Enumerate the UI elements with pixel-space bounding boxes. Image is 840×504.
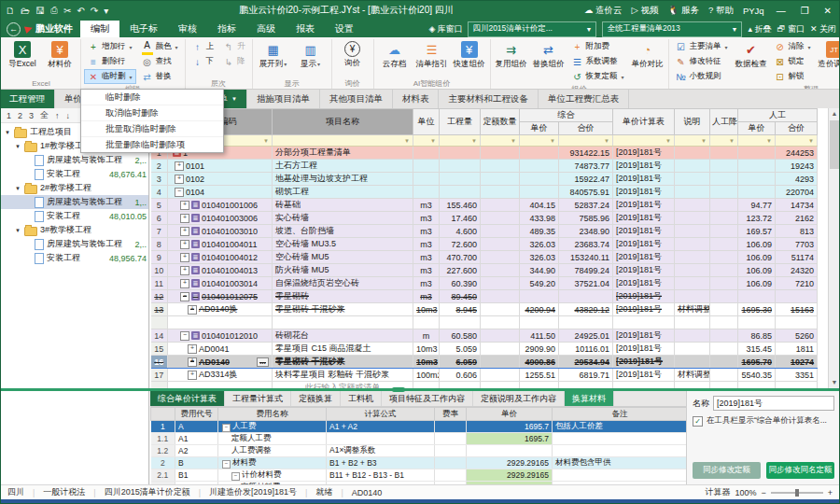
close-pane-button[interactable]: ✕ 关闭	[810, 23, 836, 35]
cell-coef[interactable]	[710, 329, 738, 343]
cell-ltotal[interactable]: 4293	[776, 173, 818, 186]
cell-lprice[interactable]	[738, 186, 776, 199]
cell-calc[interactable]: [2019]181号	[613, 329, 675, 343]
ribbon-button-询价[interactable]: ¥询价	[335, 39, 371, 69]
fee-price-cell[interactable]: 1695.7	[467, 433, 553, 445]
save-icon[interactable]: 🖫	[35, 6, 45, 16]
fee-row[interactable]: 2.1B1−计价材料费B11 + B12 - B13 - B12929.2916…	[151, 469, 687, 482]
cell-lprice[interactable]	[738, 147, 776, 160]
filter-cell[interactable]: ▼	[710, 135, 738, 147]
cell-calc[interactable]: [2019]181号	[613, 290, 675, 303]
table-row[interactable]: 17+AD3314换块料零星项目 彩釉砖 干混砂浆100m20.6061255.…	[151, 369, 818, 382]
row-number-cell[interactable]: 11	[151, 277, 168, 290]
ribbon-button-主要清单[interactable]: ☑主要清单▾	[672, 39, 732, 54]
cell-lprice[interactable]	[738, 382, 776, 389]
cell-calc[interactable]: [2019]181号	[613, 251, 675, 264]
filter-cell[interactable]: ▼	[440, 135, 481, 147]
cell-lprice[interactable]	[738, 160, 776, 173]
tree-item-安装工程[interactable]: 安装工程48,010.05	[0, 209, 148, 223]
table-row[interactable]: 10+≣010401004013防火砖墙 MU5m3227.600344.907…	[151, 264, 818, 277]
expander-icon[interactable]: +	[188, 344, 197, 354]
cell-code[interactable]: +≣010401003010	[168, 225, 273, 238]
cell-ltotal[interactable]: 3351	[776, 369, 818, 382]
tree-toolbar-button-全[interactable]: 全	[40, 109, 49, 121]
cell-total[interactable]: 153240.11	[559, 251, 613, 264]
cell-total[interactable]: 6819.71	[559, 369, 613, 382]
column-header-说明[interactable]: 说明	[675, 109, 710, 135]
cell-qty[interactable]: 72.600	[440, 238, 481, 251]
cell-total[interactable]: 37521.04	[559, 277, 613, 290]
cell-coef[interactable]	[710, 264, 738, 277]
fee-rate-cell[interactable]	[435, 445, 467, 457]
row-number-cell[interactable]: 5	[151, 199, 168, 212]
collapse-ribbon-button[interactable]: ▴ 折叠	[748, 23, 771, 35]
row-number-cell[interactable]: 14	[151, 329, 168, 343]
cell-price[interactable]: 489.35	[520, 225, 559, 238]
cell-calc[interactable]: [2019]181号	[613, 264, 675, 277]
tree-item-房屋建筑与装饰工程[interactable]: 房屋建筑与装饰工程1,..	[0, 195, 148, 209]
ribbon-button-附加费[interactable]: +附加费	[568, 39, 628, 54]
cell-name[interactable]: 块料零星项目 彩釉砖 干混砂浆	[273, 369, 413, 382]
row-number-cell[interactable]	[151, 316, 168, 329]
cell-deqty[interactable]	[481, 212, 520, 225]
row-number-cell[interactable]: 17	[151, 369, 168, 382]
fee-row[interactable]: 1A−人工费A1 + A21695.7包括人工价差	[151, 421, 687, 433]
ribbon-button-展开到[interactable]: ▦展开到▾	[256, 39, 291, 70]
cell-note[interactable]	[675, 251, 710, 264]
ribbon-button-临时删[interactable]: ✕临时删▾	[84, 69, 136, 84]
fee-formula-cell[interactable]: B11 + B12 - B13 - B1	[327, 469, 435, 482]
row-number-cell[interactable]: 13	[151, 303, 168, 316]
cell-price[interactable]: 404.15	[520, 199, 559, 212]
cell-coef[interactable]	[710, 369, 738, 382]
cell-qty[interactable]: 155.460	[440, 199, 481, 212]
cell-price[interactable]: 1255.51	[520, 369, 559, 382]
titlebar-item-3[interactable]: 🐧 服务	[667, 5, 699, 17]
expander-icon[interactable]: −	[180, 292, 189, 301]
ellipsis-button[interactable]: …	[257, 357, 269, 367]
cell-unit[interactable]: 10m3	[413, 303, 440, 316]
table-row[interactable]: 5+≣010401001006砖基础m3155.460404.1552837.2…	[151, 199, 818, 212]
cell-deqty[interactable]	[481, 303, 520, 316]
close-button[interactable]: ✕	[821, 6, 834, 16]
cell-deqty[interactable]	[481, 329, 520, 343]
cell-coef[interactable]	[710, 290, 738, 303]
cell-total[interactable]: 840575.91	[559, 186, 613, 199]
fee-code-cell[interactable]: B1	[175, 469, 218, 482]
cell-calc[interactable]: [2019]181号	[613, 225, 675, 238]
cell-ltotal[interactable]: 1811	[776, 343, 818, 356]
cell-code[interactable]: −0104	[168, 186, 273, 199]
horizontal-splitter[interactable]	[0, 388, 840, 391]
cell-unit[interactable]: m	[413, 329, 440, 343]
cell-deqty[interactable]	[481, 225, 520, 238]
fee-row[interactable]: 2B−材料费B1 + B2 + B32929.29165材料费包含甲供	[151, 457, 687, 469]
cell-lprice[interactable]: 1695.70	[738, 356, 776, 369]
cell-unit[interactable]: 100m2	[413, 369, 440, 382]
filter-cell[interactable]: ▼	[559, 135, 613, 147]
cell-unit[interactable]: m3	[413, 212, 440, 225]
open-file-icon[interactable]: 🗁	[21, 6, 30, 16]
redo-icon[interactable]: ↷	[91, 6, 98, 16]
cell-unit[interactable]: m3	[413, 277, 440, 290]
ribbon-button-单价对比[interactable]: ◔单价对比	[630, 39, 665, 70]
cell-ltotal[interactable]	[776, 290, 818, 303]
cell-deqty[interactable]	[481, 199, 520, 212]
cell-deqty[interactable]	[481, 147, 520, 160]
cell-name[interactable]: 分部分项工程量清单	[273, 147, 413, 160]
column-header-定额数量[interactable]: 定额数量	[481, 109, 520, 135]
expander-icon[interactable]: +	[180, 253, 189, 262]
cell-note[interactable]	[675, 264, 710, 277]
table-row[interactable]: 9+≣010401004012空心砖墙 MU5m3470.700326.0315…	[151, 251, 818, 264]
ribbon-button-替换组价[interactable]: ⇄替换组价	[531, 39, 567, 70]
cell-ltotal[interactable]: 7703	[776, 238, 818, 251]
ribbon-button-锁定[interactable]: ⊠锁定	[771, 54, 815, 69]
column-header-综合-合价[interactable]: 合价	[559, 122, 613, 135]
cell-total[interactable]	[559, 316, 613, 329]
fee-rate-cell[interactable]	[435, 433, 467, 445]
view-tab-材料表[interactable]: 材料表	[393, 90, 440, 108]
column-header-单价计算表[interactable]: 单价计算表	[613, 109, 675, 135]
tree-toolbar-button-2[interactable]: 2	[18, 111, 22, 120]
cell-code[interactable]: +≣010401003014	[168, 277, 273, 290]
scroll-up-icon[interactable]: ▲	[829, 108, 840, 119]
cell-lprice[interactable]: 1695.30	[738, 303, 776, 316]
expander-icon[interactable]: +	[188, 305, 197, 315]
